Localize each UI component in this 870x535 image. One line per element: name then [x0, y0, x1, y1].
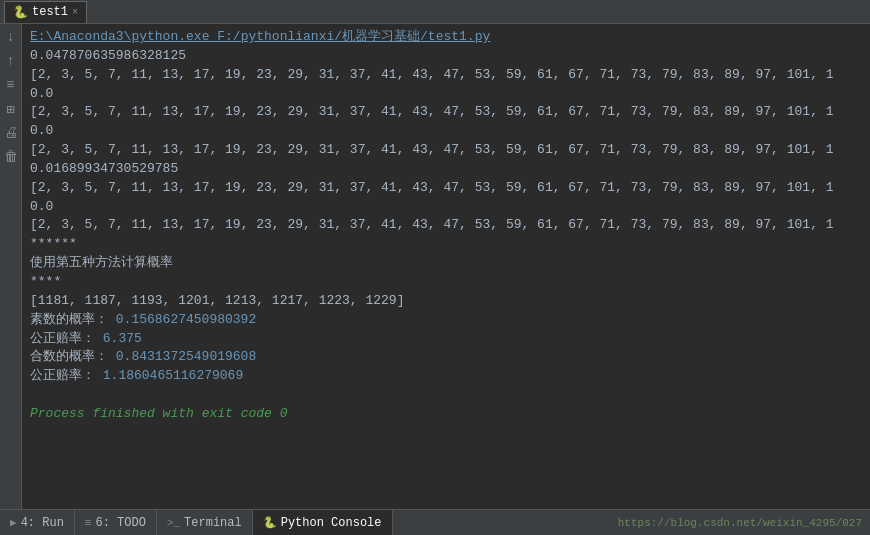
console-line-array: [1181, 1187, 1193, 1201, 1213, 1217, 122… — [30, 292, 862, 311]
todo-tab-label: 6: TODO — [95, 516, 145, 530]
console-line-prob2: 合数的概率： 0.8431372549019608 — [30, 348, 862, 367]
console-line-path: E:\Anaconda3\python.exe F:/pythonlianxi/… — [30, 28, 862, 47]
terminal-tab-label: Terminal — [184, 516, 242, 530]
prob1-value: 0.1568627450980392 — [108, 312, 256, 327]
todo-icon: ≡ — [85, 517, 92, 529]
tab-close-button[interactable]: × — [72, 7, 78, 18]
console-line-4: [2, 3, 5, 7, 11, 13, 17, 19, 23, 29, 31,… — [30, 103, 862, 122]
console-line-process: Process finished with exit code 0 — [30, 405, 862, 424]
odds1-label: 公正赔率： — [30, 331, 95, 346]
bottom-right-url: https://blog.csdn.net/weixin_4295/027 — [618, 517, 870, 529]
console-line-6: [2, 3, 5, 7, 11, 13, 17, 19, 23, 29, 31,… — [30, 141, 862, 160]
console-line-stars2: **** — [30, 273, 862, 292]
console-line-10: [2, 3, 5, 7, 11, 13, 17, 19, 23, 29, 31,… — [30, 216, 862, 235]
python-console-tab-label: Python Console — [281, 516, 382, 530]
console-line-odds1: 公正赔率： 6.375 — [30, 330, 862, 349]
console-line-stars1: ****** — [30, 235, 862, 254]
console-line-3: 0.0 — [30, 85, 862, 104]
odds2-value: 1.1860465116279069 — [95, 368, 243, 383]
scroll-up-icon[interactable]: ↑ — [2, 52, 20, 70]
console-line-7: 0.01689934730529785 — [30, 160, 862, 179]
python-file-icon: 🐍 — [13, 5, 28, 20]
left-sidebar: ↓ ↑ ≡ ⊞ 🖨 🗑 — [0, 24, 22, 509]
prob2-value: 0.8431372549019608 — [108, 349, 256, 364]
scroll-down-icon[interactable]: ↓ — [2, 28, 20, 46]
console-line-prob1: 素数的概率： 0.1568627450980392 — [30, 311, 862, 330]
file-tab-test1[interactable]: 🐍 test1 × — [4, 1, 87, 23]
console-line-9: 0.0 — [30, 198, 862, 217]
print-icon[interactable]: 🖨 — [2, 124, 20, 142]
bottom-tab-terminal[interactable]: >_ Terminal — [157, 510, 253, 535]
grid-icon[interactable]: ⊞ — [2, 100, 20, 118]
console-output: E:\Anaconda3\python.exe F:/pythonlianxi/… — [22, 24, 870, 509]
tab-bar: 🐍 test1 × — [0, 0, 870, 24]
python-console-icon: 🐍 — [263, 516, 277, 529]
bottom-tab-python-console[interactable]: 🐍 Python Console — [253, 510, 393, 535]
prob2-label: 合数的概率： — [30, 349, 108, 364]
bottom-bar: ▶ 4: Run ≡ 6: TODO >_ Terminal 🐍 Python … — [0, 509, 870, 535]
main-area: ↓ ↑ ≡ ⊞ 🖨 🗑 E:\Anaconda3\python.exe F:/p… — [0, 24, 870, 509]
console-line-empty — [30, 386, 862, 405]
bottom-tab-run[interactable]: ▶ 4: Run — [0, 510, 75, 535]
delete-icon[interactable]: 🗑 — [2, 148, 20, 166]
console-line-odds2: 公正赔率： 1.1860465116279069 — [30, 367, 862, 386]
run-icon: ▶ — [10, 516, 17, 529]
console-line-1: 0.047870635986328125 — [30, 47, 862, 66]
console-line-8: [2, 3, 5, 7, 11, 13, 17, 19, 23, 29, 31,… — [30, 179, 862, 198]
console-line-heading: 使用第五种方法计算概率 — [30, 254, 862, 273]
tab-label: test1 — [32, 5, 68, 19]
odds2-label: 公正赔率： — [30, 368, 95, 383]
console-line-2: [2, 3, 5, 7, 11, 13, 17, 19, 23, 29, 31,… — [30, 66, 862, 85]
odds1-value: 6.375 — [95, 331, 142, 346]
menu-icon[interactable]: ≡ — [2, 76, 20, 94]
bottom-tab-todo[interactable]: ≡ 6: TODO — [75, 510, 157, 535]
console-line-5: 0.0 — [30, 122, 862, 141]
terminal-icon: >_ — [167, 517, 180, 529]
prob1-label: 素数的概率： — [30, 312, 108, 327]
run-tab-label: 4: Run — [21, 516, 64, 530]
